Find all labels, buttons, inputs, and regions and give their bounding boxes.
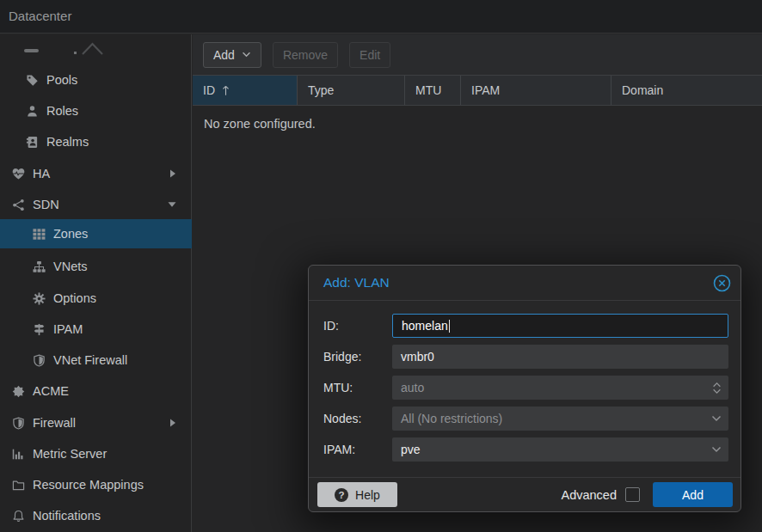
chevron-down-icon: [242, 52, 251, 58]
sidebar-item-ipam[interactable]: IPAM: [0, 315, 192, 344]
mtu-field-label: MTU:: [323, 376, 353, 400]
bar-chart-icon: [10, 447, 26, 461]
sidebar-item-notifications[interactable]: Notifications: [0, 501, 192, 530]
sidebar-item-label: Zones: [53, 227, 88, 241]
zones-toolbar: Add Remove Edit: [193, 34, 762, 75]
user-icon: [24, 104, 40, 118]
sidebar-item-acme[interactable]: ACME: [0, 376, 192, 406]
sidebar-item-options[interactable]: Options: [0, 284, 192, 313]
certificate-icon: [10, 384, 26, 398]
tag-icon: [24, 73, 40, 87]
sidebar-item-vnets[interactable]: VNets: [0, 252, 192, 281]
column-header-type[interactable]: Type: [298, 76, 405, 105]
sidebar-item-zones[interactable]: Zones: [0, 219, 192, 248]
text-cursor: [449, 320, 450, 333]
field-row-mtu: MTU: auto: [309, 376, 740, 400]
shield-icon: [10, 416, 26, 430]
field-row-nodes: Nodes: All (No restrictions): [309, 407, 740, 431]
grid-icon: [31, 227, 46, 241]
gear-icon: [31, 291, 46, 305]
nodes-select[interactable]: All (No restrictions): [392, 407, 728, 431]
dialog-title: Add: VLAN: [323, 266, 390, 300]
add-button-label: Add: [213, 48, 235, 62]
sidebar-item-ha[interactable]: HA: [0, 159, 192, 188]
sidebar-item-label: Notifications: [33, 509, 101, 523]
sidebar-item-label: HA: [33, 167, 50, 180]
caret-down-icon: [168, 201, 176, 208]
sidebar-item-resource-mappings[interactable]: Resource Mappings: [0, 470, 192, 499]
sidebar-item-label: Firewall: [33, 416, 76, 430]
bridge-field-label: Bridge:: [323, 345, 361, 369]
column-header-ipam[interactable]: IPAM: [461, 76, 611, 105]
advanced-label: Advanced: [562, 488, 618, 502]
field-row-id: ID: homelan: [309, 314, 740, 338]
chevron-down-icon[interactable]: [711, 437, 722, 462]
ipam-select[interactable]: pve: [392, 437, 728, 462]
id-field-label: ID:: [323, 314, 339, 338]
mtu-placeholder-value: auto: [401, 381, 424, 394]
proxmox-app: Datacenter Pools Roles Realms HA SDN: [0, 0, 762, 532]
sidebar-item-roles[interactable]: Roles: [0, 96, 192, 125]
sidebar-item-metric-server[interactable]: Metric Server: [0, 439, 192, 468]
column-label: MTU: [415, 83, 441, 97]
id-input[interactable]: homelan: [392, 314, 728, 338]
column-label: Domain: [622, 83, 663, 97]
sidebar-item-firewall[interactable]: Firewall: [0, 408, 192, 437]
column-header-id[interactable]: ID: [193, 76, 298, 105]
nodes-field-label: Nodes:: [323, 407, 361, 431]
sidebar-item-pools[interactable]: Pools: [0, 65, 192, 95]
submit-add-label: Add: [682, 488, 704, 502]
network-icon: [10, 198, 26, 211]
ipam-field-label: IPAM:: [323, 437, 355, 462]
address-book-icon: [24, 135, 40, 149]
mtu-spinner[interactable]: auto: [392, 376, 728, 400]
sidebar-item-label: Options: [53, 291, 96, 305]
help-button-label: Help: [355, 488, 380, 502]
submit-add-button[interactable]: Add: [653, 482, 733, 507]
bridge-input[interactable]: vmbr0: [392, 345, 728, 369]
add-vlan-dialog: Add: VLAN ID: homelan Bridge: vmbr0 MTU:…: [308, 265, 741, 512]
clipped-row-fragment: [24, 49, 39, 52]
map-signs-icon: [31, 322, 46, 336]
remove-button-label: Remove: [283, 48, 328, 62]
shield-icon: [31, 353, 46, 367]
sidebar-item-label: VNet Firewall: [53, 353, 127, 367]
column-header-mtu[interactable]: MTU: [405, 76, 461, 105]
sidebar-item-label: Realms: [46, 135, 89, 149]
edit-button-label: Edit: [359, 48, 380, 62]
sitemap-icon: [31, 260, 46, 273]
chevron-up-icon: [81, 40, 104, 56]
field-row-bridge: Bridge: vmbr0: [309, 345, 740, 369]
close-icon[interactable]: [713, 274, 731, 292]
sidebar-item-label: ACME: [33, 384, 69, 398]
help-button[interactable]: ? Help: [317, 482, 397, 507]
column-label: IPAM: [471, 83, 500, 97]
add-button[interactable]: Add: [203, 42, 261, 68]
sidebar-item-label: VNets: [53, 260, 88, 273]
dialog-footer: ? Help Advanced Add: [309, 477, 740, 511]
zones-table-header: ID Type MTU IPAM Domain: [193, 75, 762, 106]
sidebar-nav: Pools Roles Realms HA SDN Zones VNets: [0, 34, 192, 532]
sidebar-item-label: Roles: [46, 104, 78, 118]
advanced-checkbox[interactable]: [625, 487, 640, 502]
sidebar-item-label: Pools: [46, 73, 77, 87]
chevron-down-icon[interactable]: [711, 407, 722, 431]
page-title: Datacenter: [9, 0, 71, 33]
sidebar-item-sdn[interactable]: SDN: [0, 190, 192, 219]
remove-button[interactable]: Remove: [273, 42, 338, 68]
sidebar-item-realms[interactable]: Realms: [0, 127, 192, 156]
top-bar: Datacenter: [0, 0, 762, 34]
sidebar-item-label: SDN: [33, 198, 59, 211]
sidebar-item-vnet-firewall[interactable]: VNet Firewall: [0, 345, 192, 375]
column-header-domain[interactable]: Domain: [611, 76, 762, 105]
clipped-row-fragment: [74, 52, 77, 54]
edit-button[interactable]: Edit: [349, 42, 390, 68]
id-input-value: homelan: [402, 319, 448, 333]
sidebar-item-label: IPAM: [53, 322, 83, 336]
ipam-select-value: pve: [401, 443, 421, 456]
sidebar-item-label: Metric Server: [33, 447, 107, 461]
spinner-up-down-icon[interactable]: [712, 376, 722, 400]
sidebar-item-label: Resource Mappings: [33, 478, 144, 492]
dialog-header[interactable]: Add: VLAN: [309, 266, 740, 301]
nodes-placeholder-value: All (No restrictions): [401, 412, 502, 425]
